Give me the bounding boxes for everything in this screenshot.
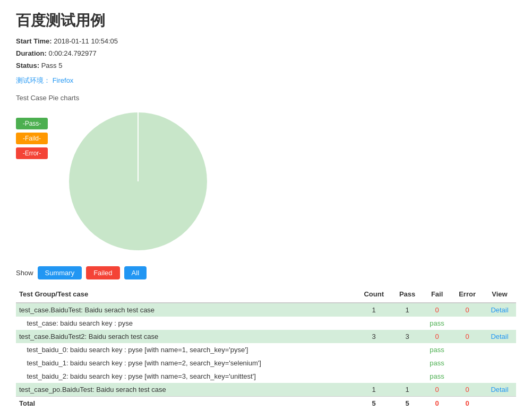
detail-link[interactable]: Detail <box>491 306 508 314</box>
chart-area: -Pass- -Faild- -Error- <box>16 107 516 256</box>
col-header-fail: Fail <box>423 286 451 303</box>
legend-error: -Error- <box>16 147 48 159</box>
show-section: Show Summary Failed All <box>16 266 516 279</box>
col-header-testcase: Test Group/Test case <box>16 286 356 303</box>
chart-legend: -Pass- -Faild- -Error- <box>16 107 48 159</box>
chart-title: Test Case Pie charts <box>16 94 516 102</box>
table-row-total: Total5500 <box>16 397 516 410</box>
legend-pass: -Pass- <box>16 118 48 129</box>
table-row-group: test_case_po.BaiduTest: Baidu serach tes… <box>16 383 516 397</box>
meta-status: Status: Pass 5 <box>16 62 516 69</box>
results-table: Test Group/Test case Count Pass Fail Err… <box>16 286 516 410</box>
show-label: Show <box>16 269 33 277</box>
table-row-sub: test_case: baidu search key : pysepass <box>16 317 516 330</box>
col-header-error: Error <box>451 286 483 303</box>
pie-chart <box>64 107 212 256</box>
all-button[interactable]: All <box>124 266 147 279</box>
table-row-group: test_case.BaiduTest: Baidu serach test c… <box>16 303 516 317</box>
table-row-group: test_case.BaiduTest2: Baidu serach test … <box>16 330 516 343</box>
table-header-row: Test Group/Test case Count Pass Fail Err… <box>16 286 516 303</box>
legend-fail: -Faild- <box>16 133 48 144</box>
failed-button[interactable]: Failed <box>86 266 119 279</box>
meta-start-time: Start Time: 2018-01-11 10:54:05 <box>16 37 516 45</box>
detail-link[interactable]: Detail <box>491 386 508 393</box>
table-row-sub: test_baidu_0: baidu search key : pyse [w… <box>16 343 516 356</box>
detail-link[interactable]: Detail <box>491 333 508 340</box>
col-header-count: Count <box>356 286 392 303</box>
page-title: 百度测试用例 <box>16 11 516 31</box>
env-section: 测试环境： Firefox <box>16 76 516 85</box>
meta-duration: Duration: 0:00:24.792977 <box>16 49 516 57</box>
table-row-sub: test_baidu_1: baidu search key : pyse [w… <box>16 356 516 370</box>
col-header-pass: Pass <box>392 286 423 303</box>
table-row-sub: test_baidu_2: baidu search key : pyse [w… <box>16 370 516 383</box>
col-header-view: View <box>483 286 516 303</box>
summary-button[interactable]: Summary <box>38 266 82 279</box>
